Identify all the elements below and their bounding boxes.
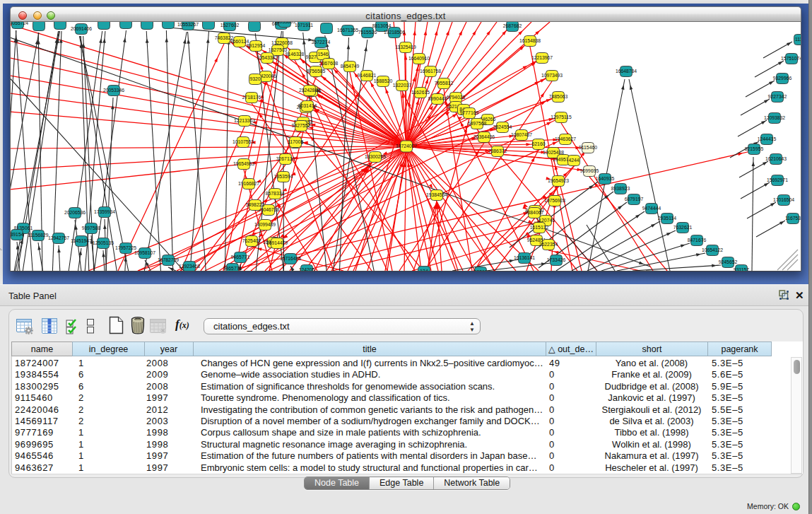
svg-text:8454749: 8454749 [341, 64, 360, 69]
svg-text:124: 124 [420, 269, 428, 271]
svg-text:10958107: 10958107 [134, 250, 155, 255]
svg-text:19384554: 19384554 [426, 192, 447, 197]
svg-text:12213967: 12213967 [531, 55, 553, 60]
svg-text:20691406: 20691406 [71, 26, 92, 31]
svg-text:8990448: 8990448 [428, 96, 447, 101]
svg-text:16648784: 16648784 [616, 69, 637, 74]
svg-text:9245652: 9245652 [719, 259, 738, 264]
svg-text:1322037: 1322037 [393, 83, 412, 88]
svg-text:7485063: 7485063 [549, 94, 568, 99]
svg-text:16782759: 16782759 [158, 257, 179, 262]
svg-text:20053346: 20053346 [103, 88, 124, 93]
svg-text:1615132: 1615132 [530, 225, 549, 230]
svg-text:12942757: 12942757 [48, 235, 69, 240]
svg-text:18724007: 18724007 [396, 144, 417, 148]
svg-text:931157: 931157 [734, 267, 749, 271]
svg-text:16033809: 16033809 [274, 22, 295, 24]
svg-text:16136141: 16136141 [514, 255, 535, 260]
svg-text:19654923: 19654923 [548, 178, 569, 183]
svg-text:19463627: 19463627 [555, 136, 576, 141]
svg-text:12975115: 12975115 [551, 115, 572, 119]
svg-text:9384067: 9384067 [525, 210, 544, 215]
svg-text:8756585: 8756585 [307, 69, 326, 74]
svg-text:17957225: 17957225 [115, 245, 136, 250]
svg-text:15751074: 15751074 [781, 56, 801, 61]
svg-text:16961758: 16961758 [420, 69, 441, 74]
svg-text:19654983: 19654983 [233, 161, 254, 166]
svg-text:9397588: 9397588 [82, 226, 101, 230]
svg-text:9115460: 9115460 [579, 145, 597, 150]
svg-text:11451947: 11451947 [71, 238, 92, 243]
svg-text:10543342: 10543342 [257, 55, 278, 60]
svg-text:124205: 124205 [299, 267, 315, 271]
svg-text:3824554: 3824554 [493, 124, 512, 129]
svg-text:8938923: 8938923 [611, 186, 630, 191]
svg-text:6497568: 6497568 [468, 121, 487, 126]
svg-text:8215955: 8215955 [745, 146, 764, 151]
svg-text:16640910: 16640910 [408, 56, 430, 61]
svg-text:20206536: 20206536 [64, 210, 86, 215]
svg-text:8031414: 8031414 [298, 103, 317, 108]
svg-text:117008: 117008 [288, 139, 303, 144]
svg-text:16671355: 16671355 [337, 28, 358, 33]
svg-text:20364436: 20364436 [473, 134, 495, 139]
svg-text:14099489: 14099489 [254, 222, 276, 227]
svg-text:11325419: 11325419 [395, 45, 416, 49]
svg-text:8471676: 8471676 [688, 238, 707, 243]
svg-text:10973493: 10973493 [541, 73, 563, 78]
svg-text:12213363: 12213363 [234, 118, 255, 123]
svg-text:1071911: 1071911 [295, 23, 313, 28]
svg-text:1546: 1546 [317, 52, 328, 57]
svg-text:9699695: 9699695 [580, 168, 599, 173]
svg-text:1353594: 1353594 [274, 174, 293, 179]
svg-text:9465771: 9465771 [231, 255, 250, 259]
svg-text:11156829: 11156829 [28, 233, 48, 238]
svg-text:12093832: 12093832 [764, 115, 785, 120]
svg-text:18300295: 18300295 [365, 154, 386, 159]
svg-text:2935114: 2935114 [658, 216, 676, 221]
svg-text:9146821: 9146821 [358, 73, 377, 78]
svg-text:1733426: 1733426 [547, 257, 566, 262]
svg-text:1640935: 1640935 [596, 176, 615, 181]
svg-text:10654122: 10654122 [702, 247, 723, 252]
svg-text:9427552: 9427552 [292, 123, 311, 128]
svg-text:15716485: 15716485 [280, 256, 301, 261]
svg-text:9777169: 9777169 [460, 110, 479, 115]
svg-text:1112: 1112 [795, 37, 801, 42]
svg-text:7386372: 7386372 [488, 148, 507, 153]
svg-text:9227342: 9227342 [768, 94, 787, 99]
svg-text:13226058: 13226058 [271, 40, 293, 45]
svg-text:6879197: 6879197 [625, 197, 644, 201]
svg-text:16210643: 16210643 [765, 156, 787, 161]
svg-text:12505135: 12505135 [93, 240, 114, 245]
svg-text:2687682: 2687682 [503, 23, 522, 28]
svg-text:5498222: 5498222 [246, 202, 265, 207]
svg-text:3572274: 3572274 [312, 40, 331, 45]
svg-text:90211: 90211 [474, 269, 488, 271]
svg-text:10756928: 10756928 [544, 198, 565, 203]
svg-text:9465771: 9465771 [223, 266, 242, 271]
svg-text:1827503: 1827503 [269, 47, 288, 52]
svg-text:1162615: 1162615 [411, 90, 430, 95]
svg-text:4244: 4244 [568, 158, 579, 163]
svg-text:116753: 116753 [785, 216, 801, 221]
svg-text:62160: 62160 [532, 141, 546, 146]
svg-text:23242848: 23242848 [299, 88, 320, 93]
svg-text:9329966: 9329966 [773, 76, 792, 81]
svg-text:7625402: 7625402 [242, 238, 261, 243]
svg-text:9474444: 9474444 [642, 206, 661, 211]
svg-text:7515526: 7515526 [358, 30, 377, 35]
svg-text:14055724: 14055724 [11, 22, 28, 25]
svg-text:3267130: 3267130 [276, 156, 295, 161]
svg-text:8578334: 8578334 [266, 191, 285, 196]
svg-text:1244415: 1244415 [758, 136, 777, 141]
svg-text:7632621: 7632621 [673, 225, 693, 230]
svg-text:12923468: 12923468 [179, 264, 200, 269]
svg-text:19218506: 19218506 [384, 30, 405, 35]
svg-text:10553267: 10553267 [177, 22, 199, 27]
svg-text:8813054: 8813054 [372, 23, 392, 28]
svg-text:8912954: 8912954 [247, 43, 266, 48]
svg-text:17359934: 17359934 [94, 209, 115, 214]
svg-text:9320: 9320 [249, 76, 260, 81]
svg-text:1527602: 1527602 [220, 23, 240, 28]
